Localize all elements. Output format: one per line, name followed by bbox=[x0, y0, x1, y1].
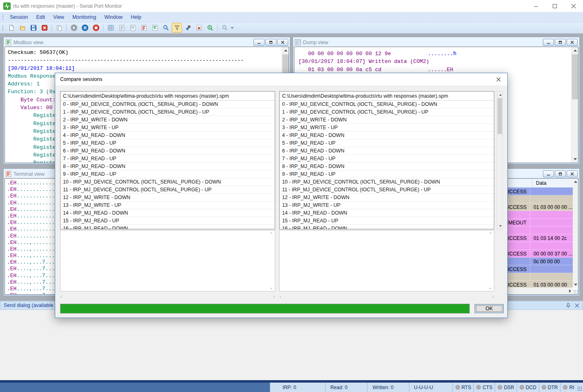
dump-view-button[interactable] bbox=[128, 23, 138, 33]
compare-row[interactable]: 15 - IRP_MJ_READ - UP bbox=[280, 217, 494, 225]
scroll-down-icon[interactable] bbox=[497, 223, 503, 229]
table-vscrollbar[interactable] bbox=[573, 179, 578, 287]
compare-row[interactable]: 3 - IRP_MJ_WRITE - UP bbox=[61, 124, 275, 132]
close-icon[interactable] bbox=[575, 303, 579, 308]
scroll-down-icon[interactable] bbox=[572, 156, 579, 163]
compare-row[interactable]: 11 - IRP_MJ_DEVICE_CONTROL (IOCTL_SERIAL… bbox=[280, 186, 494, 194]
ok-button[interactable]: OK bbox=[475, 304, 504, 313]
panel-minimize-button[interactable] bbox=[543, 170, 554, 177]
line-view-button[interactable] bbox=[117, 23, 127, 33]
compare-row[interactable]: 14 - IRP_MJ_READ - DOWN bbox=[280, 209, 494, 217]
terminal-view-button[interactable] bbox=[150, 23, 160, 33]
panel-restore-button[interactable] bbox=[555, 170, 566, 177]
scroll-up-icon[interactable] bbox=[282, 47, 289, 54]
compare-row[interactable]: 9 - IRP_MJ_READ - UP bbox=[61, 170, 275, 178]
compare-row[interactable]: 7 - IRP_MJ_READ - UP bbox=[61, 155, 275, 163]
scroll-right-icon[interactable]: › bbox=[492, 293, 494, 300]
compare-row[interactable]: 1 - IRP_MJ_DEVICE_CONTROL (IOCTL_SERIAL_… bbox=[61, 108, 275, 116]
compare-row[interactable]: 2 - IRP_MJ_WRITE - DOWN bbox=[280, 116, 494, 124]
modbus-view-button[interactable] bbox=[139, 23, 149, 33]
close-session-button[interactable] bbox=[39, 23, 49, 33]
scroll-down-icon[interactable] bbox=[573, 282, 578, 287]
panel-close-button[interactable] bbox=[567, 170, 578, 177]
compare-row[interactable]: 1 - IRP_MJ_DEVICE_CONTROL (IOCTL_SERIAL_… bbox=[280, 108, 494, 116]
open-session-button[interactable] bbox=[17, 23, 27, 33]
scroll-right-icon[interactable]: › bbox=[273, 293, 275, 300]
compare-row[interactable]: 12 - IRP_MJ_WRITE - DOWN bbox=[61, 194, 275, 202]
compare-row[interactable]: 9 - IRP_MJ_READ - UP bbox=[280, 170, 494, 178]
find-next-button[interactable] bbox=[205, 23, 215, 33]
zoom-dropdown-button[interactable] bbox=[230, 23, 234, 33]
panel-close-button[interactable] bbox=[567, 39, 578, 46]
pin-tool-button[interactable] bbox=[183, 23, 193, 33]
window-maximize-button[interactable] bbox=[545, 0, 564, 12]
scroll-down-icon[interactable]: ⌄ bbox=[488, 284, 493, 290]
scroll-down-icon[interactable]: ⌄ bbox=[269, 284, 274, 290]
compare-file-path-right[interactable]: C:\Users\dimdim\Desktop\eltima-products\… bbox=[280, 92, 494, 101]
panel-close-button[interactable] bbox=[277, 39, 288, 46]
compare-row[interactable]: 2 - IRP_MJ_WRITE - DOWN bbox=[61, 116, 275, 124]
panel-minimize-button[interactable] bbox=[253, 39, 265, 46]
compare-row[interactable]: 6 - IRP_MJ_READ - DOWN bbox=[61, 147, 275, 155]
scroll-up-icon[interactable]: ⌃ bbox=[488, 231, 493, 237]
menu-window[interactable]: Window bbox=[100, 13, 126, 22]
stop-monitoring-button[interactable] bbox=[91, 23, 101, 33]
compare-row[interactable]: 10 - IRP_MJ_DEVICE_CONTROL (IOCTL_SERIAL… bbox=[61, 178, 275, 186]
menu-view[interactable]: View bbox=[49, 13, 68, 22]
compare-row[interactable]: 5 - IRP_MJ_READ - UP bbox=[280, 139, 494, 147]
compare-row[interactable]: 16 - IRP_MJ_READ - DOWN bbox=[280, 225, 494, 229]
scroll-up-icon[interactable]: ⌃ bbox=[269, 231, 274, 237]
panel-restore-button[interactable] bbox=[265, 39, 276, 46]
filter-button[interactable] bbox=[172, 23, 182, 33]
compare-row[interactable]: 0 - IRP_MJ_DEVICE_CONTROL (IOCTL_SERIAL_… bbox=[280, 101, 494, 108]
dump-scrollbar[interactable] bbox=[571, 47, 578, 163]
menu-edit[interactable]: Edit bbox=[32, 13, 49, 22]
compare-row[interactable]: 5 - IRP_MJ_READ - UP bbox=[61, 139, 275, 147]
compare-row[interactable]: 14 - IRP_MJ_READ - DOWN bbox=[61, 209, 275, 217]
window-minimize-button[interactable] bbox=[527, 0, 545, 12]
scroll-up-icon[interactable] bbox=[573, 179, 578, 184]
compare-row[interactable]: 11 - IRP_MJ_DEVICE_CONTROL (IOCTL_SERIAL… bbox=[61, 186, 275, 194]
scroll-left-icon[interactable]: ‹ bbox=[279, 293, 281, 300]
compare-row[interactable]: 13 - IRP_MJ_WRITE - UP bbox=[280, 202, 494, 209]
table-header-data[interactable]: Data bbox=[532, 179, 575, 187]
compare-row[interactable]: 15 - IRP_MJ_READ - UP bbox=[61, 217, 275, 225]
resize-grip[interactable] bbox=[576, 383, 583, 392]
panel-restore-button[interactable] bbox=[555, 39, 566, 46]
zoom-button[interactable] bbox=[220, 23, 230, 33]
compare-row[interactable]: 12 - IRP_MJ_WRITE - DOWN bbox=[280, 194, 494, 202]
compare-vscrollbar[interactable] bbox=[497, 91, 503, 229]
compare-row[interactable]: 10 - IRP_MJ_DEVICE_CONTROL (IOCTL_SERIAL… bbox=[280, 178, 494, 186]
scroll-left-icon[interactable]: ‹ bbox=[60, 293, 62, 300]
save-session-button[interactable] bbox=[28, 23, 38, 33]
compare-row[interactable]: 4 - IRP_MJ_READ - DOWN bbox=[61, 132, 275, 139]
pin-icon[interactable] bbox=[566, 303, 571, 308]
compare-row[interactable]: 6 - IRP_MJ_READ - DOWN bbox=[280, 147, 494, 155]
scroll-up-icon[interactable] bbox=[497, 92, 503, 98]
copy-button[interactable] bbox=[54, 23, 64, 33]
dialog-close-button[interactable] bbox=[495, 76, 502, 83]
scroll-right-icon[interactable] bbox=[567, 288, 573, 294]
compare-row[interactable]: 8 - IRP_MJ_READ - DOWN bbox=[280, 163, 494, 170]
compare-row[interactable]: 4 - IRP_MJ_READ - DOWN bbox=[280, 132, 494, 139]
compare-row[interactable]: 3 - IRP_MJ_WRITE - UP bbox=[280, 124, 494, 132]
compare-row[interactable]: 13 - IRP_MJ_WRITE - UP bbox=[61, 202, 275, 209]
compare-hscrollbar-left[interactable]: ‹ › bbox=[60, 293, 275, 300]
menu-help[interactable]: Help bbox=[127, 13, 146, 22]
new-session-button[interactable] bbox=[6, 23, 16, 33]
compare-row[interactable]: 8 - IRP_MJ_READ - DOWN bbox=[61, 163, 275, 170]
clear-button[interactable] bbox=[194, 23, 204, 33]
compare-file-path-left[interactable]: C:\Users\dimdim\Desktop\eltima-products\… bbox=[61, 92, 275, 101]
search-button[interactable] bbox=[161, 23, 171, 33]
window-close-button[interactable] bbox=[564, 0, 583, 12]
compare-row[interactable]: 0 - IRP_MJ_DEVICE_CONTROL (IOCTL_SERIAL_… bbox=[61, 101, 275, 108]
compare-row[interactable]: 16 - IRP_MJ_READ - DOWN bbox=[61, 225, 275, 229]
pause-monitoring-button[interactable] bbox=[80, 23, 90, 33]
compare-hscrollbar-right[interactable]: ‹ › bbox=[279, 293, 494, 300]
table-view-button[interactable] bbox=[105, 23, 116, 33]
menu-monitoring[interactable]: Monitoring bbox=[68, 13, 100, 22]
compare-row[interactable]: 7 - IRP_MJ_READ - UP bbox=[280, 155, 494, 163]
resize-grip[interactable] bbox=[573, 289, 578, 294]
panel-minimize-button[interactable] bbox=[543, 39, 554, 46]
scroll-up-icon[interactable] bbox=[572, 47, 579, 54]
